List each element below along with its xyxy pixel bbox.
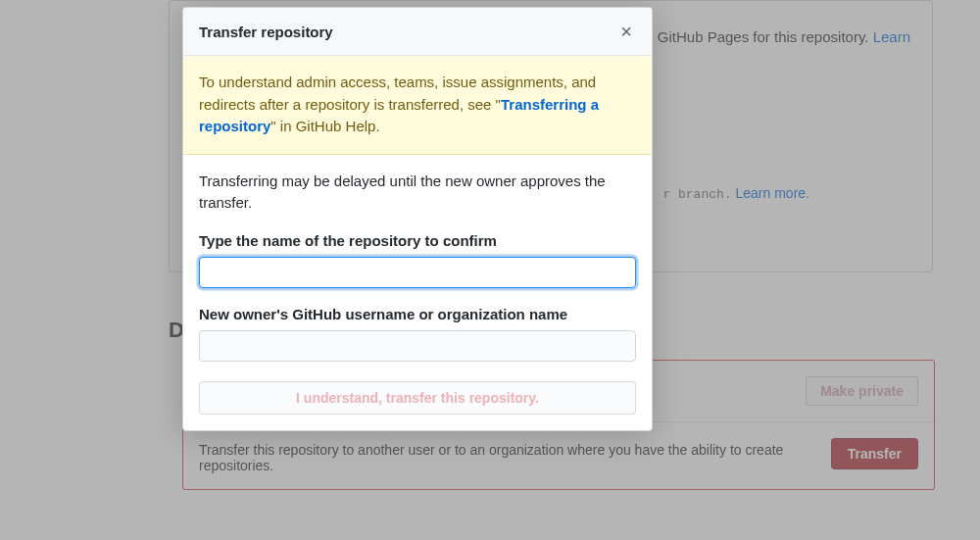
modal-warning-banner: To understand admin access, teams, issue… <box>183 56 652 155</box>
modal-title: Transfer repository <box>199 24 333 40</box>
repo-name-input[interactable] <box>199 257 636 288</box>
new-owner-input[interactable] <box>199 330 636 362</box>
warning-text-suffix: " in GitHub Help. <box>270 118 379 134</box>
repo-name-label: Type the name of the repository to confi… <box>199 232 636 249</box>
transfer-repository-modal: Transfer repository × To understand admi… <box>182 7 653 431</box>
new-owner-label: New owner's GitHub username or organizat… <box>199 306 636 322</box>
modal-header: Transfer repository × <box>183 8 652 56</box>
close-icon[interactable]: × <box>616 22 636 41</box>
confirm-transfer-button[interactable]: I understand, transfer this repository. <box>199 381 636 415</box>
modal-body: Transferring may be delayed until the ne… <box>183 155 652 430</box>
modal-info-text: Transferring may be delayed until the ne… <box>199 171 636 215</box>
